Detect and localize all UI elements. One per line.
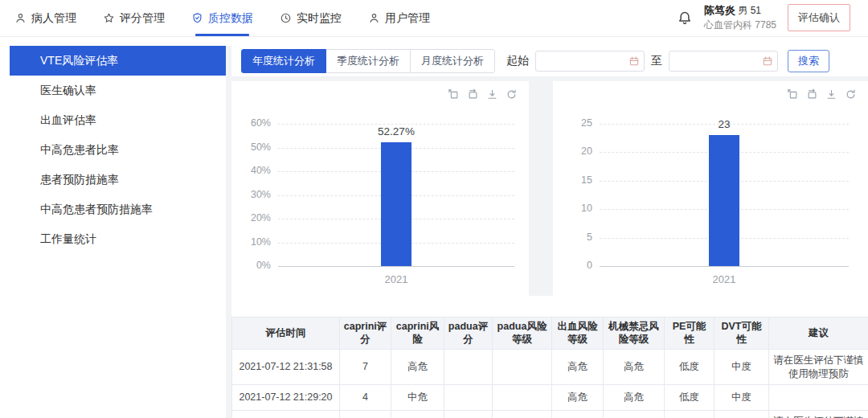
sidebar-item-vte-risk-assessment-rate[interactable]: VTE风险评估率 — [10, 46, 226, 76]
y-axis-tick-label: 60% — [231, 117, 271, 129]
table-header-cell: 机械禁忌风险等级 — [604, 318, 665, 350]
table-cell — [444, 385, 493, 411]
start-date-picker[interactable] — [535, 51, 645, 72]
table-cell — [714, 411, 769, 418]
table-cell — [232, 411, 340, 418]
nav-item-label: 病人管理 — [31, 11, 76, 26]
y-axis-tick-label: 10% — [231, 236, 271, 248]
table-cell — [493, 350, 552, 385]
sidebar-item-mid-high-risk-prevention-measure-rate[interactable]: 中高危患者预防措施率 — [10, 195, 226, 224]
sidebar-item-bleeding-assessment-rate[interactable]: 出血评估率 — [10, 105, 226, 135]
y-axis-tick-label: 40% — [231, 165, 271, 176]
table-header-cell: DVT可能性 — [714, 318, 769, 350]
x-axis-category-label: 2021 — [688, 273, 760, 285]
table-cell: 4 — [340, 385, 391, 411]
bar-value-label: 23 — [688, 118, 760, 130]
nav-item-label: 质控数据 — [208, 11, 253, 26]
x-axis-line — [278, 266, 514, 267]
table-header-cell: 建议 — [769, 318, 868, 350]
bar-value-label: 52.27% — [360, 125, 432, 137]
nav-item-user-management[interactable]: 用户管理 — [368, 0, 430, 36]
table-header-cell: padua风险等级 — [493, 318, 552, 350]
tab-quarterly[interactable]: 季度统计分析 — [326, 49, 411, 73]
table-row[interactable]: 2021-07-12 21:31:587高危高危高危低度中度请在医生评估下谨慎使… — [232, 350, 868, 385]
table-cell: 请在医生评估下谨慎使用物理预防 — [769, 350, 868, 385]
nav-item-score-management[interactable]: 评分管理 — [103, 0, 165, 36]
sidebar: VTE风险评估率医生确认率出血评估率中高危患者比率患者预防措施率中高危患者预防措… — [10, 46, 226, 418]
sidebar-item-workload-statistics[interactable]: 工作量统计 — [10, 224, 226, 254]
y-axis-tick-label: 30% — [231, 189, 271, 200]
nav-item-label: 评分管理 — [120, 11, 165, 26]
tab-annual[interactable]: 年度统计分析 — [241, 49, 326, 73]
zoom-reset-icon[interactable] — [806, 88, 818, 100]
patient-line2: 心血管内科 7785 — [704, 18, 776, 32]
y-axis-tick-label: 0% — [231, 260, 271, 271]
x-axis-category-label: 2021 — [360, 273, 432, 285]
bell-icon[interactable] — [677, 10, 693, 26]
table-header-cell: caprini风险 — [391, 318, 444, 350]
clock-icon — [280, 12, 292, 24]
table-cell: 低度 — [665, 385, 714, 411]
table-cell: 高危 — [391, 350, 444, 385]
table-header-cell: caprini评分 — [340, 318, 391, 350]
assessment-table: 评估时间caprini评分caprini风险padua评分padua风险等级出血… — [231, 317, 868, 418]
tab-monthly[interactable]: 月度统计分析 — [410, 49, 495, 73]
start-date-label: 起始 — [506, 54, 529, 68]
start-date-input[interactable] — [536, 51, 644, 71]
chart-toolbar — [787, 88, 857, 100]
assessment-confirm-button[interactable]: 评估确认 — [788, 4, 850, 31]
patient-line1: 陈笃炎 男 51 — [704, 3, 776, 18]
sidebar-item-doctor-confirmation-rate[interactable]: 医生确认率 — [10, 76, 226, 105]
nav-item-label: 用户管理 — [385, 11, 430, 26]
calendar-icon — [762, 55, 773, 67]
table-cell — [493, 411, 552, 418]
data-zoom-icon[interactable] — [787, 88, 799, 100]
table-cell — [444, 411, 493, 418]
patient-department: 心血管内科 — [704, 19, 752, 31]
calendar-icon — [628, 55, 640, 67]
table-cell — [340, 411, 391, 418]
bar-2021[interactable] — [381, 142, 411, 266]
stats-tab-group: 年度统计分析季度统计分析月度统计分析 — [241, 49, 495, 73]
table-cell: 高危 — [552, 350, 604, 385]
panel-gap-vertical — [226, 46, 231, 418]
save-image-icon[interactable] — [486, 88, 498, 100]
table-cell — [444, 350, 493, 385]
patient-name: 陈笃炎 — [704, 4, 735, 16]
nav-item-quality-control-data[interactable]: 质控数据 — [191, 0, 253, 36]
refresh-icon[interactable] — [845, 88, 857, 100]
star-icon — [103, 12, 115, 24]
refresh-icon[interactable] — [506, 88, 518, 100]
y-axis-tick-label: 20 — [553, 145, 592, 157]
sidebar-item-mid-high-risk-patient-ratio[interactable]: 中高危患者比率 — [10, 135, 226, 165]
bar-2021[interactable] — [709, 135, 739, 266]
filter-row: 年度统计分析季度统计分析月度统计分析 起始 至 搜索 — [241, 49, 829, 73]
main-nav: 病人管理评分管理质控数据实时监控用户管理 — [14, 0, 430, 36]
data-zoom-icon[interactable] — [448, 88, 460, 100]
end-date-picker[interactable] — [669, 51, 778, 72]
nav-item-patient-management[interactable]: 病人管理 — [14, 0, 76, 36]
zoom-reset-icon[interactable] — [467, 88, 479, 100]
x-axis-line — [600, 266, 849, 267]
to-label: 至 — [651, 54, 662, 68]
person-icon — [368, 12, 380, 24]
header-right: 陈笃炎 男 51 心血管内科 7785 评估确认 — [677, 3, 850, 32]
sidebar-item-patient-prevention-measure-rate[interactable]: 患者预防措施率 — [10, 165, 226, 195]
table-cell: 中度 — [714, 385, 769, 411]
table-cell — [665, 411, 714, 418]
table-cell: 低度 — [665, 350, 714, 385]
table-header-cell: 出血风险等级 — [552, 318, 604, 350]
user-icon — [14, 12, 27, 24]
table-row[interactable]: 请在医生评估下谨慎使用物理预防 — [232, 411, 868, 418]
search-button[interactable]: 搜索 — [788, 50, 829, 72]
shield-check-icon — [191, 12, 203, 24]
patient-info: 陈笃炎 男 51 心血管内科 7785 — [704, 3, 776, 32]
nav-item-realtime-monitoring[interactable]: 实时监控 — [280, 0, 342, 36]
table-cell — [552, 411, 604, 418]
top-nav-bar: 病人管理评分管理质控数据实时监控用户管理 陈笃炎 男 51 心血管内科 7785… — [0, 0, 868, 37]
end-date-input[interactable] — [669, 51, 777, 71]
table-cell: 中度 — [714, 350, 769, 385]
table-row[interactable]: 2021-07-12 21:29:204中危高危高危低度中度 — [232, 385, 868, 411]
save-image-icon[interactable] — [825, 88, 837, 100]
table-cell — [493, 385, 552, 411]
